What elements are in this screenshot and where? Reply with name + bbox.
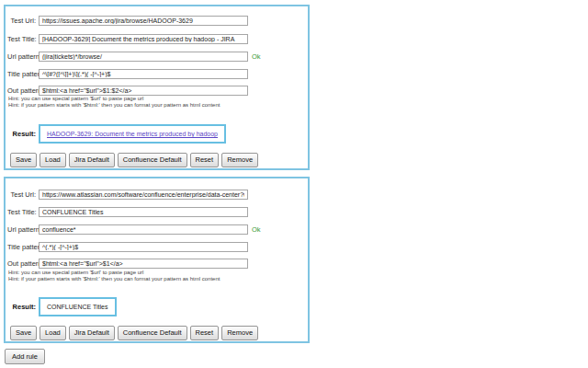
result-label: Result: (7, 303, 36, 311)
url-pattern-label: Url pattern: (7, 225, 36, 234)
hint-url: Hint: you can use special pattern '$url'… (8, 96, 143, 101)
confluence-default-button[interactable]: Confluence Default (118, 326, 187, 340)
hint-html: Hint: if your pattern starts with '$html… (8, 276, 220, 282)
test-title-label: Test Title: (7, 35, 36, 43)
result-text: CONFLUENCE Titles (47, 304, 108, 310)
out-pattern-row: Out pattern: (7, 258, 248, 269)
jira-default-button[interactable]: Jira Default (69, 153, 115, 167)
test-title-input[interactable] (39, 34, 248, 44)
test-title-row: Test Title: (7, 33, 248, 44)
url-pattern-input[interactable] (39, 52, 248, 62)
test-title-label: Test Title: (7, 208, 36, 216)
out-pattern-label: Out pattern: (7, 86, 36, 95)
title-pattern-label: Title pattern: (7, 243, 36, 251)
url-pattern-row: Url pattern: (7, 224, 248, 235)
result-preview-box: HADOOP-3629: Document the metrics produc… (39, 124, 226, 144)
result-row: Result: CONFLUENCE Titles (7, 297, 117, 316)
hint-html: Hint: if your pattern starts with '$html… (8, 102, 220, 108)
jira-default-button[interactable]: Jira Default (69, 326, 115, 340)
test-url-input[interactable] (39, 16, 248, 26)
test-url-row: Test Url: (7, 189, 248, 200)
save-button[interactable]: Save (10, 326, 37, 340)
confluence-default-button[interactable]: Confluence Default (118, 153, 187, 167)
save-button[interactable]: Save (10, 153, 37, 167)
result-label: Result: (7, 130, 36, 138)
out-pattern-input[interactable] (39, 86, 248, 96)
url-pattern-row: Url pattern: (7, 51, 248, 62)
remove-button[interactable]: Remove (221, 326, 258, 340)
title-pattern-row: Title pattern: (7, 241, 248, 252)
out-pattern-input[interactable] (39, 259, 248, 269)
test-url-label: Test Url: (7, 190, 36, 199)
out-pattern-row: Out pattern: (7, 85, 248, 96)
rule-card-jira: Test Url: Test Title: Url pattern: Ok Ti… (4, 5, 310, 170)
test-url-input[interactable] (39, 190, 248, 200)
title-pattern-row: Title pattern: (7, 68, 248, 79)
reset-button[interactable]: Reset (190, 153, 220, 167)
out-pattern-label: Out pattern: (7, 259, 36, 268)
result-preview-box: CONFLUENCE Titles (39, 297, 117, 316)
button-row: Save Load Jira Default Confluence Defaul… (10, 326, 261, 340)
url-pattern-input[interactable] (39, 224, 248, 235)
result-link[interactable]: HADOOP-3629: Document the metrics produc… (47, 131, 218, 137)
title-pattern-input[interactable] (39, 69, 248, 79)
url-pattern-ok-status: Ok (252, 52, 261, 61)
reset-button[interactable]: Reset (190, 326, 220, 340)
test-url-label: Test Url: (7, 17, 36, 25)
add-rule-button[interactable]: Add rule (5, 349, 45, 364)
title-pattern-label: Title pattern: (7, 70, 36, 78)
url-pattern-label: Url pattern: (7, 52, 36, 61)
load-button[interactable]: Load (40, 153, 66, 167)
title-pattern-input[interactable] (39, 242, 248, 252)
url-pattern-ok-status: Ok (252, 225, 261, 234)
button-row: Save Load Jira Default Confluence Defaul… (10, 153, 261, 167)
result-row: Result: HADOOP-3629: Document the metric… (7, 124, 226, 144)
load-button[interactable]: Load (40, 326, 66, 340)
test-title-input[interactable] (39, 207, 248, 217)
rule-card-confluence: Test Url: Test Title: Url pattern: Ok Ti… (4, 177, 310, 343)
remove-button[interactable]: Remove (221, 153, 258, 167)
hint-url: Hint: you can use special pattern '$url'… (8, 270, 143, 275)
test-url-row: Test Url: (7, 15, 248, 26)
test-title-row: Test Title: (7, 206, 248, 217)
